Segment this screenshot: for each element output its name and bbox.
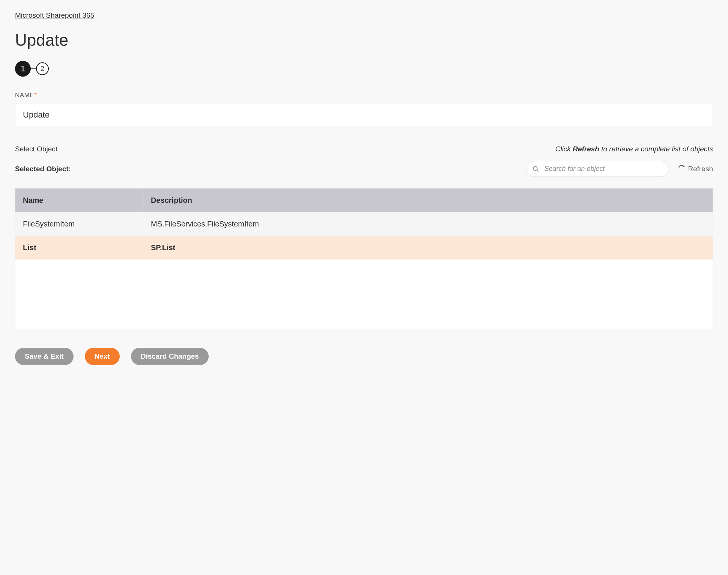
search-icon	[532, 166, 539, 172]
hint-suffix: to retrieve a complete list of objects	[599, 145, 713, 153]
hint-prefix: Click	[555, 145, 573, 153]
refresh-hint: Click Refresh to retrieve a complete lis…	[555, 145, 713, 153]
name-input[interactable]	[15, 104, 713, 126]
name-label-text: NAME	[15, 92, 34, 99]
page-title: Update	[15, 31, 713, 50]
refresh-label: Refresh	[688, 165, 713, 173]
table-row[interactable]: List SP.List	[15, 236, 713, 260]
hint-bold: Refresh	[573, 145, 599, 153]
next-button[interactable]: Next	[85, 348, 120, 365]
step-1[interactable]: 1	[15, 61, 31, 77]
save-exit-button[interactable]: Save & Exit	[15, 348, 74, 365]
col-header-name[interactable]: Name	[15, 189, 143, 212]
breadcrumb-link[interactable]: Microsoft Sharepoint 365	[15, 11, 94, 20]
step-2[interactable]: 2	[36, 62, 49, 75]
object-table: Name Description FileSystemItem MS.FileS…	[15, 189, 713, 260]
table-header-row: Name Description	[15, 189, 713, 212]
step-connector	[31, 68, 36, 69]
cell-name: List	[15, 236, 143, 260]
refresh-button[interactable]: Refresh	[678, 165, 713, 173]
col-header-description[interactable]: Description	[143, 189, 713, 212]
object-table-wrapper: Name Description FileSystemItem MS.FileS…	[15, 188, 713, 331]
refresh-icon	[678, 165, 685, 173]
discard-button[interactable]: Discard Changes	[131, 348, 209, 365]
cell-description: SP.List	[143, 236, 713, 260]
name-field-label: NAME*	[15, 92, 713, 99]
search-wrapper	[526, 161, 669, 177]
selected-object-label: Selected Object:	[15, 165, 71, 173]
stepper: 1 2	[15, 61, 713, 77]
required-indicator: *	[34, 92, 37, 99]
cell-description: MS.FileServices.FileSystemItem	[143, 212, 713, 236]
table-row[interactable]: FileSystemItem MS.FileServices.FileSyste…	[15, 212, 713, 236]
svg-line-1	[537, 170, 538, 171]
search-input[interactable]	[526, 161, 669, 177]
cell-name: FileSystemItem	[15, 212, 143, 236]
svg-point-0	[534, 166, 538, 171]
footer-buttons: Save & Exit Next Discard Changes	[15, 348, 713, 365]
select-object-label: Select Object	[15, 145, 57, 153]
